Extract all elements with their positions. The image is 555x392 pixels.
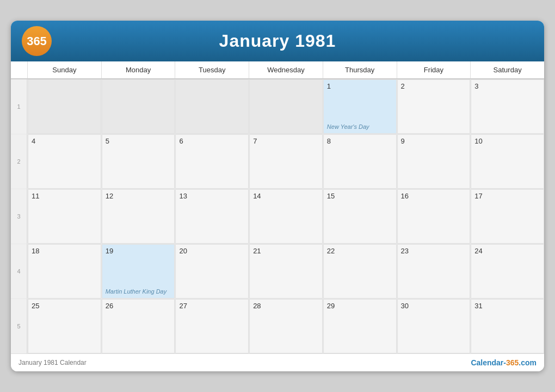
day-cell-empty-0-0[interactable] [28,79,101,134]
day-header-fri: Friday [397,61,471,78]
day-number: 25 [32,302,97,310]
day-cell-31[interactable]: 31 [471,299,544,353]
day-number: 8 [327,137,393,145]
day-header-thu: Thursday [323,61,397,78]
day-header-sat: Saturday [470,61,544,78]
calendar-wrapper: 365 January 1981 Sunday Monday Tuesday W… [11,21,544,371]
day-number: 20 [179,247,245,255]
day-cell-20[interactable]: 20 [175,244,249,298]
holiday-label: New Year's Day [327,123,393,130]
day-cell-18[interactable]: 18 [28,244,101,298]
week-num-2: 2 [11,134,27,189]
day-number: 30 [401,302,467,310]
day-number: 31 [474,302,540,310]
day-number: 9 [401,137,467,145]
day-number: 14 [253,192,319,200]
day-number: 4 [32,137,97,145]
day-number: 26 [106,302,171,310]
day-cell-26[interactable]: 26 [102,299,175,353]
day-number: 17 [474,192,540,200]
day-number: 29 [327,302,393,310]
day-headers: Sunday Monday Tuesday Wednesday Thursday… [11,61,544,79]
day-cell-2[interactable]: 2 [397,79,471,134]
day-cell-14[interactable]: 14 [249,189,323,244]
day-cell-15[interactable]: 15 [323,189,397,244]
day-cell-30[interactable]: 30 [397,299,471,353]
day-cell-17[interactable]: 17 [471,189,544,244]
day-header-sun: Sunday [27,61,101,78]
day-number: 27 [179,302,245,310]
day-number: 3 [474,82,540,90]
day-cell-empty-0-1[interactable] [102,79,175,134]
day-cell-10[interactable]: 10 [471,134,544,189]
day-cell-8[interactable]: 8 [323,134,397,189]
day-number: 19 [106,247,171,255]
day-header-tue: Tuesday [175,61,249,78]
day-cell-12[interactable]: 12 [102,189,175,244]
week-num-4: 4 [11,244,27,298]
day-cell-29[interactable]: 29 [323,299,397,353]
week-num-header [11,61,27,78]
day-number: 15 [327,192,393,200]
day-cell-4[interactable]: 4 [28,134,101,189]
day-cell-19[interactable]: 19Martin Luther King Day [102,244,175,298]
footer-left: January 1981 Calendar [18,359,87,366]
week-num-5: 5 [11,299,27,353]
footer-brand-com: .com [519,358,536,367]
day-cell-13[interactable]: 13 [175,189,249,244]
day-cell-empty-0-2[interactable] [175,79,249,134]
day-number: 22 [327,247,393,255]
day-number: 24 [474,247,540,255]
calendar-title: January 1981 [52,31,503,51]
day-number: 16 [401,192,467,200]
day-number: 18 [32,247,97,255]
day-number: 10 [474,137,540,145]
day-cell-28[interactable]: 28 [249,299,323,353]
day-header-wed: Wednesday [249,61,323,78]
day-cell-empty-0-3[interactable] [249,79,323,134]
week-num-1: 1 [11,79,27,134]
day-cell-23[interactable]: 23 [397,244,471,298]
day-cell-1[interactable]: 1New Year's Day [323,79,397,134]
day-cell-25[interactable]: 25 [28,299,101,353]
day-cell-11[interactable]: 11 [28,189,101,244]
footer-brand-calendar: Calendar- [471,358,506,367]
footer-right: Calendar-365.com [471,358,536,367]
day-header-mon: Monday [101,61,175,78]
day-cell-3[interactable]: 3 [471,79,544,134]
day-cell-6[interactable]: 6 [175,134,249,189]
day-number: 1 [327,82,393,90]
day-number: 2 [401,82,467,90]
day-cell-21[interactable]: 21 [249,244,323,298]
holiday-label: Martin Luther King Day [106,288,171,295]
day-number: 28 [253,302,319,310]
day-number: 21 [253,247,319,255]
footer-brand-365: 365 [506,358,519,367]
day-number: 13 [179,192,245,200]
calendar-header: 365 January 1981 [11,21,544,61]
calendar-body: 11New Year's Day232456789103111213141516… [11,79,544,353]
logo-badge: 365 [22,26,52,56]
day-cell-7[interactable]: 7 [249,134,323,189]
day-number: 7 [253,137,319,145]
calendar-footer: January 1981 Calendar Calendar-365.com [11,353,544,371]
day-cell-22[interactable]: 22 [323,244,397,298]
day-cell-5[interactable]: 5 [102,134,175,189]
day-number: 5 [106,137,171,145]
day-number: 6 [179,137,245,145]
day-cell-27[interactable]: 27 [175,299,249,353]
week-num-3: 3 [11,189,27,244]
day-cell-24[interactable]: 24 [471,244,544,298]
day-number: 23 [401,247,467,255]
day-cell-16[interactable]: 16 [397,189,471,244]
day-number: 12 [106,192,171,200]
day-cell-9[interactable]: 9 [397,134,471,189]
day-number: 11 [32,192,97,200]
